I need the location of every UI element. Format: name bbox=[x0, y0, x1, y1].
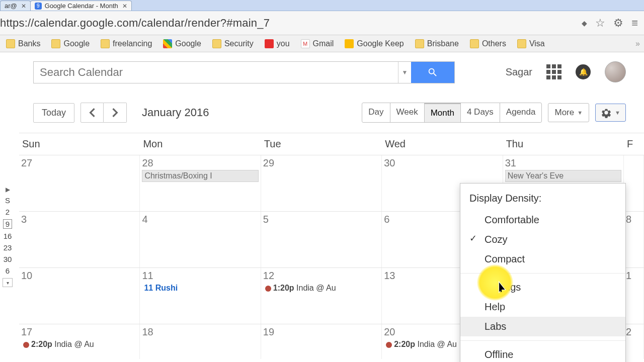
mini-day[interactable]: 23 bbox=[4, 243, 12, 252]
keep-icon bbox=[345, 39, 354, 48]
event[interactable]: Christmas/Boxing I bbox=[142, 170, 258, 182]
day-number: 12 bbox=[263, 270, 379, 282]
calendar-cell[interactable]: 4 bbox=[140, 212, 261, 267]
mini-day[interactable]: 16 bbox=[4, 232, 12, 240]
dropdown-icon[interactable]: ▾ bbox=[3, 278, 13, 287]
notifications-icon[interactable]: 🔔 bbox=[576, 64, 591, 79]
mini-day-current[interactable]: 9 bbox=[3, 219, 12, 229]
next-button[interactable] bbox=[104, 103, 127, 123]
bookmark-item[interactable]: Google bbox=[161, 38, 203, 49]
prev-button[interactable] bbox=[80, 103, 104, 123]
density-comfortable[interactable]: Comfortable bbox=[460, 210, 625, 230]
day-number: 3 bbox=[21, 214, 137, 225]
calendar-cell[interactable]: 19 bbox=[261, 324, 382, 359]
calendar-cell[interactable]: 29 bbox=[261, 155, 382, 211]
calendar-cell[interactable]: 10 bbox=[19, 268, 140, 324]
bookmark-item[interactable]: Visa bbox=[515, 38, 547, 49]
search-icon bbox=[427, 67, 438, 78]
day-header: Thu bbox=[503, 133, 624, 155]
calendar-cell[interactable]: 8 bbox=[624, 212, 644, 267]
search-options-dropdown[interactable]: ▼ bbox=[398, 62, 411, 83]
calendar-cell[interactable]: 1 bbox=[624, 268, 644, 324]
density-cozy[interactable]: Cozy bbox=[460, 230, 625, 249]
event[interactable]: 11 Rushi bbox=[142, 283, 258, 294]
menu-icon[interactable]: ≡ bbox=[631, 17, 638, 30]
browser-tab[interactable]: ar@ ✕ bbox=[0, 1, 31, 11]
folder-icon bbox=[415, 39, 424, 48]
tag-icon[interactable]: ◆ bbox=[582, 19, 587, 27]
density-compact[interactable]: Compact bbox=[460, 249, 625, 269]
bookmark-item[interactable]: Gmail bbox=[299, 38, 336, 49]
menu-help[interactable]: Help bbox=[460, 297, 625, 317]
bookmark-item[interactable]: Brisbane bbox=[413, 38, 461, 49]
calendar-cell[interactable]: 121:20p India @ Au bbox=[261, 268, 382, 324]
overflow-icon[interactable]: » bbox=[635, 39, 640, 48]
bookmark-item[interactable]: Security bbox=[210, 38, 256, 49]
search-input[interactable] bbox=[34, 62, 398, 83]
settings-menu: Display Density: Comfortable Cozy Compac… bbox=[460, 183, 626, 362]
avatar[interactable] bbox=[605, 61, 626, 82]
calendar-toolbar: Today January 2016 Day Week Month 4 Days… bbox=[33, 103, 644, 123]
event-dot-icon bbox=[265, 286, 271, 292]
folder-icon bbox=[517, 39, 526, 48]
event-dot-icon bbox=[386, 342, 392, 348]
calendar-cell[interactable]: 27 bbox=[19, 155, 140, 211]
url-display[interactable]: https://calendar.google.com/calendar/ren… bbox=[0, 17, 575, 30]
bookmark-item[interactable]: Google Keep bbox=[343, 38, 406, 49]
view-4days[interactable]: 4 Days bbox=[461, 103, 500, 122]
day-number: 27 bbox=[21, 157, 137, 169]
calendar-cell[interactable]: 2 bbox=[624, 324, 644, 359]
search-bar: ▼ bbox=[33, 61, 455, 83]
calendar-cell[interactable]: 3 bbox=[19, 212, 140, 267]
view-week[interactable]: Week bbox=[390, 103, 425, 122]
calendar-cell[interactable]: 1111 Rushi bbox=[140, 268, 261, 324]
day-number: 1 bbox=[626, 270, 641, 282]
day-number: 28 bbox=[142, 157, 258, 169]
bookmark-item[interactable]: Banks bbox=[4, 38, 42, 49]
close-icon[interactable]: ✕ bbox=[21, 3, 26, 10]
more-button[interactable]: More ▼ bbox=[548, 103, 589, 122]
calendar-cell[interactable] bbox=[624, 155, 644, 211]
folder-icon bbox=[51, 39, 60, 48]
event[interactable]: 1:20p India @ Au bbox=[263, 283, 379, 294]
bookmark-item[interactable]: you bbox=[263, 38, 292, 49]
star-icon[interactable]: ☆ bbox=[595, 17, 605, 30]
calendar-cell[interactable]: 28Christmas/Boxing I bbox=[140, 155, 261, 211]
tab-title: ar@ bbox=[5, 2, 17, 10]
mini-day[interactable]: 6 bbox=[6, 266, 10, 275]
view-month[interactable]: Month bbox=[425, 103, 461, 122]
profile-area: Sagar 🔔 bbox=[506, 61, 626, 82]
view-day[interactable]: Day bbox=[362, 103, 390, 122]
calendar-cell[interactable]: 5 bbox=[261, 212, 382, 267]
mini-day[interactable]: 2 bbox=[6, 208, 10, 216]
menu-offline[interactable]: Offline bbox=[460, 345, 625, 362]
mini-day[interactable]: 30 bbox=[4, 255, 12, 263]
bookmark-item[interactable]: freelancing bbox=[99, 38, 154, 49]
event[interactable]: New Year's Eve bbox=[505, 170, 621, 182]
view-tabs: Day Week Month 4 Days Agenda bbox=[362, 103, 542, 123]
bookmark-item[interactable]: Others bbox=[468, 38, 508, 49]
day-header: F bbox=[624, 133, 644, 155]
extensions-icon[interactable]: ⚙ bbox=[613, 17, 623, 30]
bookmark-item[interactable]: Google bbox=[49, 38, 92, 49]
favicon-icon: 9 bbox=[35, 3, 42, 10]
menu-settings[interactable]: Settings bbox=[460, 278, 625, 297]
event[interactable]: 2:20p India @ Au bbox=[21, 339, 137, 350]
calendar-cell[interactable]: 172:20p India @ Au bbox=[19, 324, 140, 359]
calendar-cell[interactable]: 18 bbox=[140, 324, 261, 359]
apps-icon[interactable] bbox=[546, 64, 561, 79]
day-header-row: Sun Mon Tue Wed Thu F bbox=[19, 133, 644, 155]
expand-icon[interactable]: ▶ bbox=[6, 186, 10, 193]
search-button[interactable] bbox=[411, 62, 454, 83]
day-number: 11 bbox=[142, 270, 258, 282]
user-name[interactable]: Sagar bbox=[506, 66, 532, 78]
settings-button[interactable]: ▼ bbox=[595, 104, 626, 122]
day-number: 2 bbox=[626, 326, 641, 338]
day-number: 29 bbox=[263, 157, 379, 169]
menu-labs[interactable]: Labs bbox=[460, 317, 625, 336]
day-header: Wed bbox=[382, 133, 503, 155]
close-icon[interactable]: ✕ bbox=[122, 3, 127, 10]
today-button[interactable]: Today bbox=[33, 103, 74, 123]
view-agenda[interactable]: Agenda bbox=[500, 103, 542, 122]
browser-tab[interactable]: 9 Google Calendar - Month ✕ bbox=[30, 1, 132, 11]
